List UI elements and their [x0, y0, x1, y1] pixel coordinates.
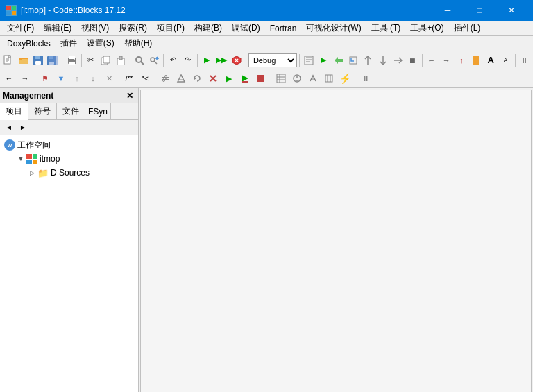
- comment-btn[interactable]: /**: [121, 71, 137, 86]
- menu-build[interactable]: 构建(B): [190, 21, 226, 35]
- menu-visual[interactable]: 可视化设计(W): [302, 21, 365, 35]
- menu-plugins[interactable]: 插件(L): [450, 21, 485, 35]
- close-button[interactable]: ✕: [496, 0, 527, 21]
- project-expander[interactable]: ▼: [15, 153, 26, 164]
- nav-forward-button[interactable]: →: [439, 53, 453, 68]
- open-button[interactable]: [16, 53, 30, 68]
- build-config-dropdown[interactable]: Debug Release: [248, 53, 297, 67]
- svg-marker-50: [178, 75, 185, 82]
- save-button[interactable]: [31, 53, 45, 68]
- menu-debug[interactable]: 调试(D): [228, 21, 264, 35]
- tab-fsymbol[interactable]: FSyn: [85, 103, 111, 119]
- menu-help[interactable]: 帮助(H): [120, 36, 157, 51]
- nav-back-button[interactable]: ←: [425, 53, 439, 68]
- editor-area: [139, 88, 533, 392]
- tb-btn-a[interactable]: [302, 53, 316, 68]
- print-button[interactable]: [65, 53, 78, 68]
- management-close-button[interactable]: ✕: [124, 90, 135, 101]
- menu-fortran[interactable]: Fortran: [266, 22, 301, 35]
- menu-search[interactable]: 搜索(R): [115, 21, 151, 35]
- debug-run-button[interactable]: ▶: [316, 53, 330, 68]
- menu-plugin[interactable]: 插件: [56, 36, 81, 51]
- svg-text:W: W: [8, 143, 12, 148]
- row2-btn1[interactable]: ←: [1, 71, 17, 86]
- copy-button[interactable]: [99, 53, 112, 68]
- jump-button[interactable]: ↑: [454, 53, 468, 68]
- toolbar-separator-1: [62, 54, 62, 67]
- new-file-button[interactable]: [1, 53, 15, 68]
- settings2-btn[interactable]: [158, 71, 173, 86]
- toolbar2-separator-4: [271, 72, 271, 85]
- row2-extra1[interactable]: [273, 71, 289, 86]
- redo-button[interactable]: ↷: [181, 53, 195, 68]
- build-btn[interactable]: [174, 71, 189, 86]
- row2-btn2[interactable]: →: [17, 71, 33, 86]
- menu-doxyblocks[interactable]: DoxyBlocks: [3, 37, 55, 50]
- comment2-btn[interactable]: *<: [137, 71, 153, 86]
- debug-btn4[interactable]: [361, 53, 375, 68]
- debug-run2-button[interactable]: [332, 53, 346, 68]
- debug-btn5[interactable]: [376, 53, 390, 68]
- nav-forward-btn[interactable]: ►: [17, 121, 29, 134]
- toolbar-separator-3: [130, 54, 130, 67]
- tree-workspace[interactable]: W 工作空间: [1, 138, 137, 152]
- rebuild-btn[interactable]: [189, 71, 205, 86]
- tree-sources[interactable]: ▷ 📁 D Sources: [1, 166, 137, 180]
- run2-button[interactable]: ▶▶: [214, 53, 228, 68]
- cut-button[interactable]: ✂: [84, 53, 98, 68]
- run-button[interactable]: ▶: [200, 53, 214, 68]
- stop-button[interactable]: [230, 53, 244, 68]
- menu-edit[interactable]: 编辑(E): [40, 21, 76, 35]
- menu-file[interactable]: 文件(F): [3, 21, 38, 35]
- font-btn[interactable]: A: [484, 53, 498, 68]
- run3-btn[interactable]: ▶: [221, 71, 237, 86]
- svg-rect-23: [103, 56, 110, 63]
- tree-view: W 工作空间 ▼ itmop ▷ 📁 D Source: [0, 135, 138, 392]
- flag-btn[interactable]: ⚑: [37, 71, 53, 86]
- row2-extra4[interactable]: [321, 71, 337, 86]
- pause2-btn[interactable]: ⏸: [357, 71, 373, 86]
- row2-extra2[interactable]: [289, 71, 305, 86]
- maximize-button[interactable]: □: [464, 0, 496, 21]
- bookmark-clear-btn[interactable]: ✕: [101, 71, 117, 86]
- minimize-button[interactable]: ─: [432, 0, 464, 21]
- tab-files[interactable]: 文件: [57, 103, 85, 119]
- debug-btn3[interactable]: [346, 53, 360, 68]
- title-bar-left: [itmop] - Code::Blocks 17.12: [6, 5, 126, 16]
- toolbar-separator-4: [163, 54, 164, 67]
- svg-rect-2: [6, 11, 11, 15]
- stop2-btn[interactable]: [253, 71, 269, 86]
- toolbar-row-1: ✂ ↶ ↷ ▶ ▶▶ Debug Release ▶: [0, 51, 533, 69]
- bookmark-down-btn[interactable]: ↓: [85, 71, 101, 86]
- menu-tools[interactable]: 工具 (T): [367, 21, 405, 35]
- editor-content[interactable]: [140, 90, 532, 392]
- undo-button[interactable]: ↶: [166, 53, 180, 68]
- small-a-btn[interactable]: A: [498, 53, 512, 68]
- bookmark-button[interactable]: [469, 53, 483, 68]
- svg-point-26: [136, 57, 142, 62]
- svg-marker-37: [335, 57, 343, 64]
- tab-project[interactable]: 项目: [0, 103, 28, 120]
- sources-expander[interactable]: ▷: [26, 167, 37, 178]
- save-all-button[interactable]: [46, 53, 60, 68]
- menu-tools-plus[interactable]: 工具+(O): [406, 21, 448, 35]
- replace-button[interactable]: [147, 53, 161, 68]
- arrow-btn[interactable]: ▼: [53, 71, 69, 86]
- find-button[interactable]: [133, 53, 146, 68]
- tree-project[interactable]: ▼ itmop: [1, 152, 137, 166]
- nav-back-btn[interactable]: ◄: [3, 121, 15, 134]
- sources-label: D Sources: [51, 168, 90, 178]
- row2-extra5[interactable]: ⚡: [337, 71, 353, 86]
- clean-btn[interactable]: [205, 71, 221, 86]
- menu-project[interactable]: 项目(P): [153, 21, 189, 35]
- pause-btn[interactable]: ⏸: [518, 53, 532, 68]
- bookmark-nav-btn[interactable]: ↑: [69, 71, 85, 86]
- debug-btn7[interactable]: ⏹: [405, 53, 419, 68]
- debug-btn6[interactable]: [391, 53, 405, 68]
- tab-symbol[interactable]: 符号: [28, 103, 57, 119]
- menu-view[interactable]: 视图(V): [77, 21, 113, 35]
- build-run-btn[interactable]: [237, 71, 253, 86]
- menu-settings[interactable]: 设置(S): [83, 36, 119, 51]
- paste-button[interactable]: [113, 53, 127, 68]
- row2-extra3[interactable]: [305, 71, 321, 86]
